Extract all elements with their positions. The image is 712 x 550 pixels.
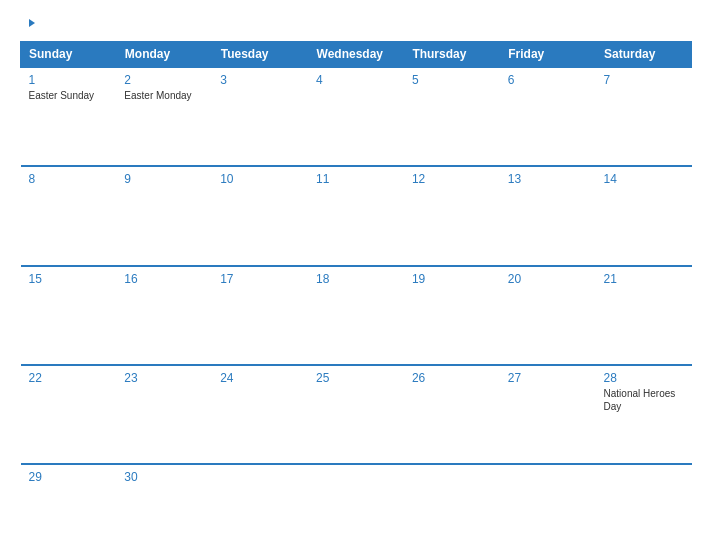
column-header-friday: Friday: [500, 42, 596, 68]
calendar-cell: 30: [116, 464, 212, 540]
calendar-cell: 29: [21, 464, 117, 540]
day-number: 2: [124, 73, 204, 87]
calendar-cell: 15: [21, 266, 117, 365]
calendar-cell: 14: [596, 166, 692, 265]
calendar-cell: 10: [212, 166, 308, 265]
calendar-cell: 20: [500, 266, 596, 365]
day-number: 3: [220, 73, 300, 87]
day-number: 5: [412, 73, 492, 87]
calendar-cell: 23: [116, 365, 212, 464]
day-number: 13: [508, 172, 588, 186]
day-number: 7: [604, 73, 684, 87]
calendar-cell: 11: [308, 166, 404, 265]
calendar-cell: 18: [308, 266, 404, 365]
calendar-header-row: SundayMondayTuesdayWednesdayThursdayFrid…: [21, 42, 692, 68]
calendar-cell: 27: [500, 365, 596, 464]
day-number: 27: [508, 371, 588, 385]
day-number: 10: [220, 172, 300, 186]
logo-general-text: [20, 18, 36, 32]
calendar-cell: 26: [404, 365, 500, 464]
day-number: 30: [124, 470, 204, 484]
column-header-sunday: Sunday: [21, 42, 117, 68]
calendar-cell: [404, 464, 500, 540]
column-header-wednesday: Wednesday: [308, 42, 404, 68]
calendar-cell: 12: [404, 166, 500, 265]
holiday-name: Easter Monday: [124, 89, 204, 102]
logo: [20, 18, 36, 31]
calendar-cell: [596, 464, 692, 540]
calendar-week-row: 2930: [21, 464, 692, 540]
day-number: 4: [316, 73, 396, 87]
calendar-cell: 28National Heroes Day: [596, 365, 692, 464]
calendar-cell: 4: [308, 67, 404, 166]
holiday-name: Easter Sunday: [29, 89, 109, 102]
calendar-cell: 25: [308, 365, 404, 464]
calendar-cell: 13: [500, 166, 596, 265]
day-number: 28: [604, 371, 684, 385]
day-number: 29: [29, 470, 109, 484]
day-number: 11: [316, 172, 396, 186]
calendar-cell: 6: [500, 67, 596, 166]
svg-marker-0: [29, 19, 35, 27]
day-number: 12: [412, 172, 492, 186]
calendar-cell: 3: [212, 67, 308, 166]
holiday-name: National Heroes Day: [604, 387, 684, 413]
day-number: 25: [316, 371, 396, 385]
day-number: 9: [124, 172, 204, 186]
day-number: 21: [604, 272, 684, 286]
calendar-week-row: 22232425262728National Heroes Day: [21, 365, 692, 464]
calendar-cell: 8: [21, 166, 117, 265]
column-header-saturday: Saturday: [596, 42, 692, 68]
day-number: 23: [124, 371, 204, 385]
calendar-cell: 9: [116, 166, 212, 265]
column-header-monday: Monday: [116, 42, 212, 68]
column-header-tuesday: Tuesday: [212, 42, 308, 68]
calendar-cell: 24: [212, 365, 308, 464]
calendar-week-row: 891011121314: [21, 166, 692, 265]
day-number: 19: [412, 272, 492, 286]
calendar-cell: 21: [596, 266, 692, 365]
calendar-cell: [308, 464, 404, 540]
day-number: 14: [604, 172, 684, 186]
day-number: 22: [29, 371, 109, 385]
calendar-header: [20, 18, 692, 31]
day-number: 26: [412, 371, 492, 385]
calendar-cell: 22: [21, 365, 117, 464]
calendar-table: SundayMondayTuesdayWednesdayThursdayFrid…: [20, 41, 692, 540]
day-number: 18: [316, 272, 396, 286]
calendar-cell: 1Easter Sunday: [21, 67, 117, 166]
logo-flag-icon: [22, 18, 36, 32]
day-number: 1: [29, 73, 109, 87]
day-number: 15: [29, 272, 109, 286]
calendar-cell: 2Easter Monday: [116, 67, 212, 166]
day-number: 17: [220, 272, 300, 286]
day-number: 20: [508, 272, 588, 286]
calendar-cell: 17: [212, 266, 308, 365]
calendar-cell: 16: [116, 266, 212, 365]
calendar-cell: [212, 464, 308, 540]
column-header-thursday: Thursday: [404, 42, 500, 68]
calendar-cell: 7: [596, 67, 692, 166]
day-number: 6: [508, 73, 588, 87]
day-number: 8: [29, 172, 109, 186]
calendar-week-row: 1Easter Sunday2Easter Monday34567: [21, 67, 692, 166]
day-number: 16: [124, 272, 204, 286]
calendar-week-row: 15161718192021: [21, 266, 692, 365]
calendar-cell: 19: [404, 266, 500, 365]
calendar-cell: [500, 464, 596, 540]
day-number: 24: [220, 371, 300, 385]
calendar-page: SundayMondayTuesdayWednesdayThursdayFrid…: [0, 0, 712, 550]
calendar-cell: 5: [404, 67, 500, 166]
